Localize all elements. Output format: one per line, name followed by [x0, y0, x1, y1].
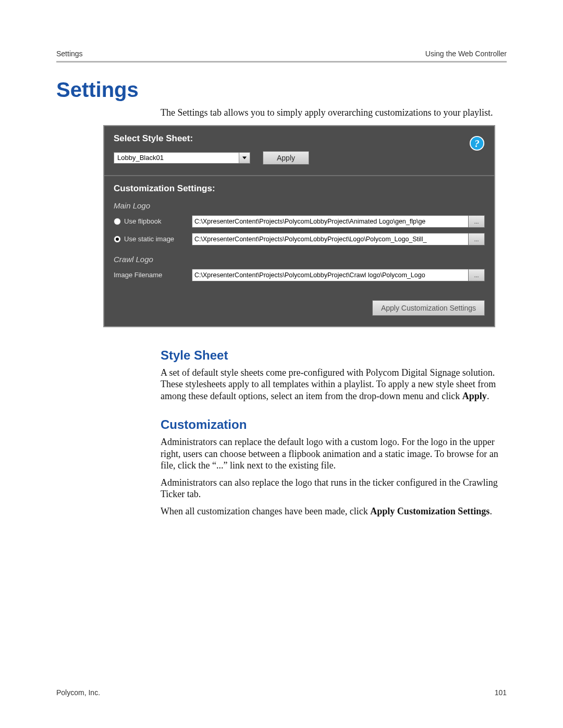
- footer-page-number: 101: [495, 688, 507, 697]
- stylesheet-dropdown[interactable]: Lobby_Black01: [114, 152, 250, 164]
- customization-heading: Customization Settings:: [114, 183, 485, 194]
- static-label: Use static image: [124, 235, 174, 243]
- stylesheet-section-heading: Style Sheet: [161, 348, 507, 363]
- select-stylesheet-heading: Select Style Sheet:: [114, 133, 485, 144]
- flipbook-browse-button[interactable]: ...: [469, 215, 485, 228]
- crawl-logo-subheading: Crawl Logo: [114, 255, 485, 264]
- apply-button[interactable]: Apply: [263, 151, 309, 165]
- svg-text:?: ?: [474, 138, 479, 149]
- apply-customization-button[interactable]: Apply Customization Settings: [372, 300, 485, 316]
- svg-marker-2: [242, 156, 247, 159]
- page-title: Settings: [56, 78, 507, 102]
- chevron-down-icon[interactable]: [239, 153, 250, 163]
- image-filename-label: Image Filename: [114, 271, 192, 279]
- stylesheet-value: Lobby_Black01: [117, 154, 164, 162]
- header-left: Settings: [56, 50, 83, 58]
- static-path-field[interactable]: C:\XpresenterContent\Projects\PolycomLob…: [192, 233, 469, 245]
- intro-paragraph: The Settings tab allows you to simply ap…: [161, 107, 507, 119]
- customization-p1: Administrators can replace the default l…: [161, 436, 507, 472]
- customization-section-heading: Customization: [161, 417, 507, 432]
- footer-left: Polycom, Inc.: [56, 688, 100, 697]
- crawl-browse-button[interactable]: ...: [469, 269, 485, 281]
- help-icon[interactable]: ?: [469, 135, 485, 151]
- static-browse-button[interactable]: ...: [469, 233, 485, 245]
- flipbook-path-field[interactable]: C:\XpresenterContent\Projects\PolycomLob…: [192, 215, 469, 228]
- customization-p3: When all customization changes have been…: [161, 505, 507, 517]
- static-radio[interactable]: [114, 236, 121, 243]
- crawl-path-field[interactable]: C:\XpresenterContent\Projects\PolycomLob…: [192, 269, 469, 281]
- stylesheet-paragraph: A set of default style sheets come pre-c…: [161, 367, 507, 402]
- customization-p2: Administrators can also replace the logo…: [161, 477, 507, 500]
- header-right: Using the Web Controller: [425, 50, 507, 58]
- flipbook-label: Use flipbook: [124, 217, 162, 225]
- settings-screenshot-panel: Select Style Sheet: ? Lobby_Black01 App: [103, 125, 495, 327]
- header-rule: [56, 61, 507, 63]
- main-logo-subheading: Main Logo: [114, 201, 485, 210]
- flipbook-radio[interactable]: [114, 218, 121, 225]
